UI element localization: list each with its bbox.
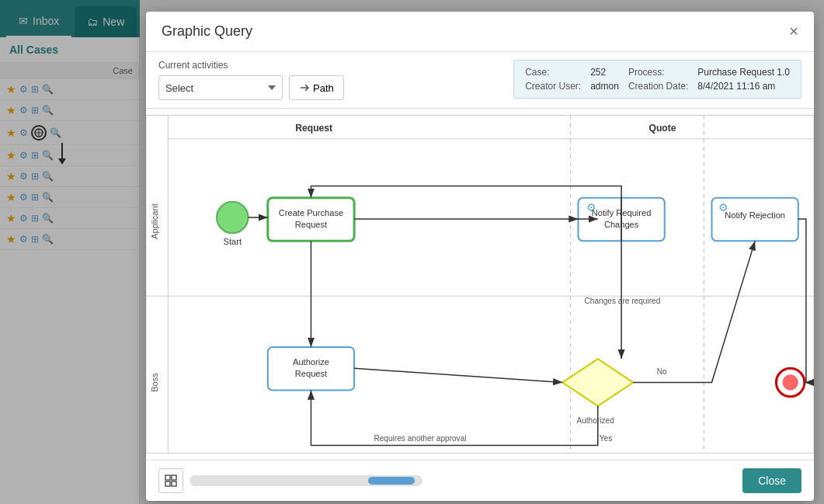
- toolbar-left: Current activities Select Create Purchas…: [158, 60, 344, 100]
- diagram-scrollbar[interactable]: [189, 475, 422, 486]
- case-value: 252: [590, 67, 619, 78]
- svg-rect-18: [172, 481, 176, 486]
- current-activities-label: Current activities: [158, 60, 344, 71]
- start-event: [217, 202, 248, 233]
- no-annotation: No: [657, 367, 667, 376]
- authorized-annotation: Authorized: [576, 416, 614, 425]
- applicant-lane-label: Applicant: [150, 203, 159, 239]
- start-label: Start: [224, 237, 242, 246]
- path-button[interactable]: Path: [289, 75, 344, 100]
- create-pr-label-2: Request: [295, 220, 327, 229]
- end-event-inner: [783, 374, 798, 390]
- svg-rect-20: [165, 481, 170, 486]
- creator-value: admon: [590, 81, 619, 92]
- create-pr-label-1: Create Purchase: [279, 208, 343, 217]
- boss-lane-label: Boss: [150, 373, 159, 392]
- activities-select[interactable]: Select Create Purchase Request: [158, 75, 283, 100]
- svg-rect-17: [165, 475, 170, 480]
- creation-date-value: 8/4/2021 11:16 am: [697, 81, 790, 92]
- modal-close-button[interactable]: ×: [789, 23, 798, 40]
- case-info-panel: Case: 252 Process: Purchase Request 1.0 …: [513, 60, 801, 99]
- fit-diagram-button[interactable]: [158, 468, 183, 493]
- process-label: Process:: [628, 67, 688, 78]
- authorize-label-1: Authorize: [293, 357, 329, 367]
- modal-toolbar: Current activities Select Create Purchas…: [146, 52, 814, 109]
- modal-header: Graphic Query ×: [146, 12, 814, 52]
- diagram-area: Applicant Boss Request Quote Start Creat…: [146, 109, 814, 460]
- requires-approval-annotation: Requires another approval: [374, 434, 466, 443]
- quote-column-label: Quote: [649, 123, 676, 134]
- authorize-label-2: Request: [295, 369, 327, 378]
- modal-footer: Close: [146, 460, 814, 501]
- modal-title: Graphic Query: [162, 23, 252, 40]
- fit-icon: [165, 474, 177, 487]
- bpmn-diagram: Applicant Boss Request Quote Start Creat…: [146, 109, 814, 460]
- request-column-label: Request: [295, 123, 332, 134]
- changes-required-annotation: Changes are required: [585, 297, 661, 305]
- svg-rect-5: [146, 115, 814, 453]
- creator-label: Creator User:: [525, 81, 581, 92]
- close-button[interactable]: Close: [742, 468, 801, 493]
- footer-left: [158, 468, 422, 493]
- scrollbar-thumb[interactable]: [368, 477, 415, 485]
- process-value: Purchase Request 1.0: [697, 67, 790, 78]
- svg-rect-19: [172, 475, 176, 480]
- case-label: Case:: [525, 67, 581, 78]
- creation-date-label: Creation Date:: [628, 81, 688, 92]
- notify-rejection-label-1: Notify Rejection: [725, 210, 785, 220]
- graphic-query-modal: Graphic Query × Current activities Selec…: [146, 12, 814, 501]
- path-icon: [299, 82, 310, 93]
- toolbar-row: Select Create Purchase Request Path: [158, 75, 344, 100]
- yes-annotation: Yes: [600, 434, 613, 443]
